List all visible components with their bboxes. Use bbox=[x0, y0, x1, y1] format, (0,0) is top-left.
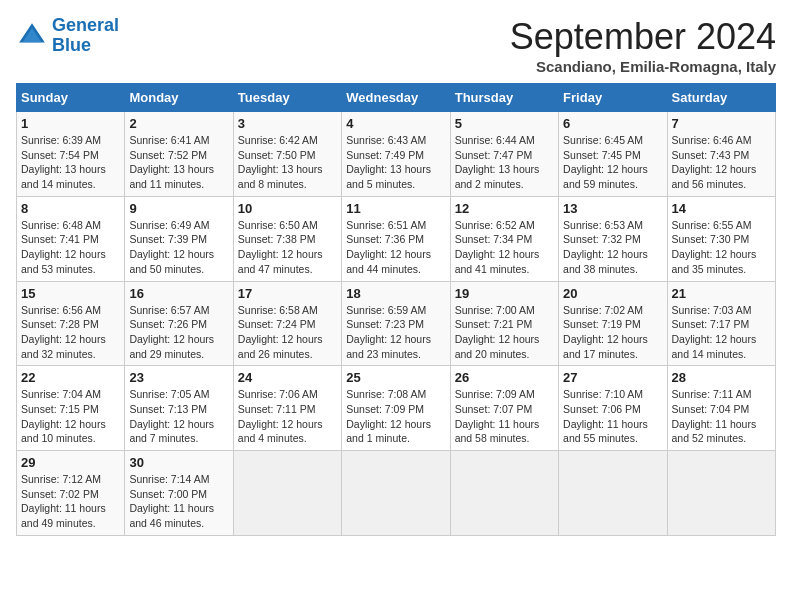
day-number: 22 bbox=[21, 370, 120, 385]
day-detail: Sunrise: 6:51 AMSunset: 7:36 PMDaylight:… bbox=[346, 218, 445, 277]
day-detail: Sunrise: 7:14 AMSunset: 7:00 PMDaylight:… bbox=[129, 472, 228, 531]
calendar-cell: 12Sunrise: 6:52 AMSunset: 7:34 PMDayligh… bbox=[450, 196, 558, 281]
day-number: 10 bbox=[238, 201, 337, 216]
header-cell-friday: Friday bbox=[559, 84, 667, 112]
calendar-week-1: 1Sunrise: 6:39 AMSunset: 7:54 PMDaylight… bbox=[17, 112, 776, 197]
day-detail: Sunrise: 6:42 AMSunset: 7:50 PMDaylight:… bbox=[238, 133, 337, 192]
day-detail: Sunrise: 7:03 AMSunset: 7:17 PMDaylight:… bbox=[672, 303, 771, 362]
day-number: 6 bbox=[563, 116, 662, 131]
day-detail: Sunrise: 6:46 AMSunset: 7:43 PMDaylight:… bbox=[672, 133, 771, 192]
day-number: 25 bbox=[346, 370, 445, 385]
calendar-cell bbox=[667, 451, 775, 536]
day-detail: Sunrise: 6:58 AMSunset: 7:24 PMDaylight:… bbox=[238, 303, 337, 362]
day-detail: Sunrise: 7:05 AMSunset: 7:13 PMDaylight:… bbox=[129, 387, 228, 446]
calendar-cell: 22Sunrise: 7:04 AMSunset: 7:15 PMDayligh… bbox=[17, 366, 125, 451]
day-detail: Sunrise: 7:06 AMSunset: 7:11 PMDaylight:… bbox=[238, 387, 337, 446]
day-detail: Sunrise: 6:39 AMSunset: 7:54 PMDaylight:… bbox=[21, 133, 120, 192]
calendar-cell bbox=[233, 451, 341, 536]
calendar-week-5: 29Sunrise: 7:12 AMSunset: 7:02 PMDayligh… bbox=[17, 451, 776, 536]
day-detail: Sunrise: 6:50 AMSunset: 7:38 PMDaylight:… bbox=[238, 218, 337, 277]
day-number: 29 bbox=[21, 455, 120, 470]
day-number: 24 bbox=[238, 370, 337, 385]
logo-icon bbox=[16, 20, 48, 52]
day-detail: Sunrise: 7:08 AMSunset: 7:09 PMDaylight:… bbox=[346, 387, 445, 446]
header-cell-monday: Monday bbox=[125, 84, 233, 112]
day-number: 16 bbox=[129, 286, 228, 301]
calendar-cell: 2Sunrise: 6:41 AMSunset: 7:52 PMDaylight… bbox=[125, 112, 233, 197]
calendar-cell: 4Sunrise: 6:43 AMSunset: 7:49 PMDaylight… bbox=[342, 112, 450, 197]
day-detail: Sunrise: 7:00 AMSunset: 7:21 PMDaylight:… bbox=[455, 303, 554, 362]
calendar-cell bbox=[342, 451, 450, 536]
day-number: 9 bbox=[129, 201, 228, 216]
day-detail: Sunrise: 6:56 AMSunset: 7:28 PMDaylight:… bbox=[21, 303, 120, 362]
day-detail: Sunrise: 6:59 AMSunset: 7:23 PMDaylight:… bbox=[346, 303, 445, 362]
calendar-cell: 8Sunrise: 6:48 AMSunset: 7:41 PMDaylight… bbox=[17, 196, 125, 281]
day-detail: Sunrise: 6:57 AMSunset: 7:26 PMDaylight:… bbox=[129, 303, 228, 362]
day-number: 21 bbox=[672, 286, 771, 301]
month-title: September 2024 bbox=[510, 16, 776, 58]
day-detail: Sunrise: 6:43 AMSunset: 7:49 PMDaylight:… bbox=[346, 133, 445, 192]
day-number: 23 bbox=[129, 370, 228, 385]
day-detail: Sunrise: 6:48 AMSunset: 7:41 PMDaylight:… bbox=[21, 218, 120, 277]
day-number: 8 bbox=[21, 201, 120, 216]
header-cell-saturday: Saturday bbox=[667, 84, 775, 112]
calendar-header-row: SundayMondayTuesdayWednesdayThursdayFrid… bbox=[17, 84, 776, 112]
calendar-cell: 21Sunrise: 7:03 AMSunset: 7:17 PMDayligh… bbox=[667, 281, 775, 366]
day-number: 26 bbox=[455, 370, 554, 385]
calendar-cell: 14Sunrise: 6:55 AMSunset: 7:30 PMDayligh… bbox=[667, 196, 775, 281]
logo: General Blue bbox=[16, 16, 119, 56]
day-number: 20 bbox=[563, 286, 662, 301]
day-detail: Sunrise: 7:11 AMSunset: 7:04 PMDaylight:… bbox=[672, 387, 771, 446]
day-number: 1 bbox=[21, 116, 120, 131]
header-cell-tuesday: Tuesday bbox=[233, 84, 341, 112]
day-detail: Sunrise: 6:45 AMSunset: 7:45 PMDaylight:… bbox=[563, 133, 662, 192]
day-number: 18 bbox=[346, 286, 445, 301]
calendar-cell: 10Sunrise: 6:50 AMSunset: 7:38 PMDayligh… bbox=[233, 196, 341, 281]
day-detail: Sunrise: 6:53 AMSunset: 7:32 PMDaylight:… bbox=[563, 218, 662, 277]
day-number: 2 bbox=[129, 116, 228, 131]
calendar-cell: 27Sunrise: 7:10 AMSunset: 7:06 PMDayligh… bbox=[559, 366, 667, 451]
calendar-cell: 11Sunrise: 6:51 AMSunset: 7:36 PMDayligh… bbox=[342, 196, 450, 281]
day-detail: Sunrise: 6:52 AMSunset: 7:34 PMDaylight:… bbox=[455, 218, 554, 277]
calendar-cell: 17Sunrise: 6:58 AMSunset: 7:24 PMDayligh… bbox=[233, 281, 341, 366]
day-detail: Sunrise: 7:09 AMSunset: 7:07 PMDaylight:… bbox=[455, 387, 554, 446]
day-detail: Sunrise: 6:44 AMSunset: 7:47 PMDaylight:… bbox=[455, 133, 554, 192]
subtitle: Scandiano, Emilia-Romagna, Italy bbox=[510, 58, 776, 75]
day-detail: Sunrise: 6:55 AMSunset: 7:30 PMDaylight:… bbox=[672, 218, 771, 277]
day-number: 7 bbox=[672, 116, 771, 131]
day-number: 12 bbox=[455, 201, 554, 216]
day-number: 5 bbox=[455, 116, 554, 131]
calendar-body: 1Sunrise: 6:39 AMSunset: 7:54 PMDaylight… bbox=[17, 112, 776, 536]
day-number: 11 bbox=[346, 201, 445, 216]
calendar-cell: 16Sunrise: 6:57 AMSunset: 7:26 PMDayligh… bbox=[125, 281, 233, 366]
day-detail: Sunrise: 7:02 AMSunset: 7:19 PMDaylight:… bbox=[563, 303, 662, 362]
day-number: 30 bbox=[129, 455, 228, 470]
day-number: 19 bbox=[455, 286, 554, 301]
calendar-week-4: 22Sunrise: 7:04 AMSunset: 7:15 PMDayligh… bbox=[17, 366, 776, 451]
day-number: 28 bbox=[672, 370, 771, 385]
calendar-cell: 23Sunrise: 7:05 AMSunset: 7:13 PMDayligh… bbox=[125, 366, 233, 451]
calendar-cell: 25Sunrise: 7:08 AMSunset: 7:09 PMDayligh… bbox=[342, 366, 450, 451]
day-number: 3 bbox=[238, 116, 337, 131]
calendar-cell: 1Sunrise: 6:39 AMSunset: 7:54 PMDaylight… bbox=[17, 112, 125, 197]
calendar-cell: 15Sunrise: 6:56 AMSunset: 7:28 PMDayligh… bbox=[17, 281, 125, 366]
day-number: 15 bbox=[21, 286, 120, 301]
calendar-cell: 5Sunrise: 6:44 AMSunset: 7:47 PMDaylight… bbox=[450, 112, 558, 197]
calendar-cell: 20Sunrise: 7:02 AMSunset: 7:19 PMDayligh… bbox=[559, 281, 667, 366]
calendar-cell: 9Sunrise: 6:49 AMSunset: 7:39 PMDaylight… bbox=[125, 196, 233, 281]
calendar-cell: 18Sunrise: 6:59 AMSunset: 7:23 PMDayligh… bbox=[342, 281, 450, 366]
calendar-cell: 19Sunrise: 7:00 AMSunset: 7:21 PMDayligh… bbox=[450, 281, 558, 366]
calendar-cell: 29Sunrise: 7:12 AMSunset: 7:02 PMDayligh… bbox=[17, 451, 125, 536]
calendar-cell: 30Sunrise: 7:14 AMSunset: 7:00 PMDayligh… bbox=[125, 451, 233, 536]
day-detail: Sunrise: 6:49 AMSunset: 7:39 PMDaylight:… bbox=[129, 218, 228, 277]
day-number: 14 bbox=[672, 201, 771, 216]
calendar-cell: 7Sunrise: 6:46 AMSunset: 7:43 PMDaylight… bbox=[667, 112, 775, 197]
calendar-cell bbox=[450, 451, 558, 536]
calendar-cell: 28Sunrise: 7:11 AMSunset: 7:04 PMDayligh… bbox=[667, 366, 775, 451]
day-detail: Sunrise: 6:41 AMSunset: 7:52 PMDaylight:… bbox=[129, 133, 228, 192]
day-detail: Sunrise: 7:04 AMSunset: 7:15 PMDaylight:… bbox=[21, 387, 120, 446]
calendar-cell: 6Sunrise: 6:45 AMSunset: 7:45 PMDaylight… bbox=[559, 112, 667, 197]
logo-text: General Blue bbox=[52, 16, 119, 56]
calendar-week-3: 15Sunrise: 6:56 AMSunset: 7:28 PMDayligh… bbox=[17, 281, 776, 366]
calendar-cell: 24Sunrise: 7:06 AMSunset: 7:11 PMDayligh… bbox=[233, 366, 341, 451]
